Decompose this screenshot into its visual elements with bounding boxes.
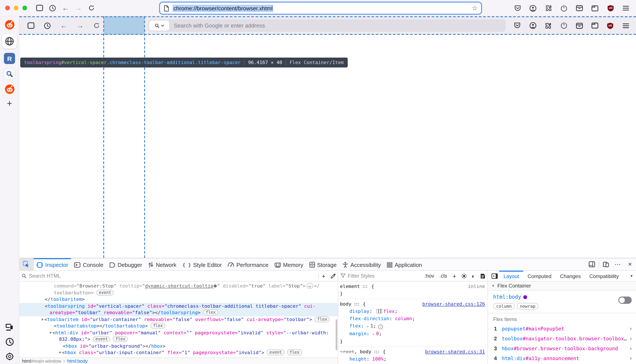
toggle-pseudo-classes[interactable]: :hov [422, 273, 437, 279]
sidebar-panel-toggle-icon[interactable] [490, 273, 499, 279]
element-picker-button[interactable] [19, 258, 34, 270]
urlbar[interactable]: chrome://browser/content/browser.xhtml ☆ [159, 2, 482, 14]
flex-container-element[interactable]: html:body [493, 294, 521, 300]
tab-inspector[interactable]: Inspector [34, 258, 71, 270]
flex-container-section-header[interactable]: ▼ Flex Container [488, 282, 636, 290]
app-menu-icon[interactable] [618, 2, 633, 14]
tab-console[interactable]: Console [71, 258, 106, 270]
tab-computed[interactable]: Computed [523, 270, 556, 281]
breadcrumb[interactable]: html#main-window › html:body [19, 358, 338, 364]
stylesheet-link[interactable]: browser-shared.css:31 [425, 348, 485, 356]
flex-item-row[interactable]: 1 popupset#mainPopupSet › [488, 324, 636, 334]
flex-item-row[interactable]: 4 html:div#a11y-announcement › [488, 353, 636, 363]
back-button[interactable]: ← [59, 2, 72, 14]
markup-line[interactable]: ▼<html:div id="urlbar" popover="manual" … [19, 330, 338, 336]
history-clock-icon[interactable] [4, 336, 15, 347]
markup-line[interactable]: </toolbaritem> [19, 296, 338, 303]
power-extension-icon[interactable] [556, 20, 571, 32]
markup-line[interactable]: <toolbartabstop></toolbartabstop>flex [19, 323, 338, 330]
container-tabs-icon[interactable] [587, 20, 602, 32]
tab-reddit-2[interactable] [4, 84, 15, 94]
print-media-icon[interactable] [478, 273, 488, 279]
search-engine-box[interactable] [149, 21, 169, 30]
pocket-icon[interactable] [510, 20, 525, 32]
css-rule[interactable]: element {inline } [338, 282, 488, 299]
history-icon[interactable] [46, 2, 59, 14]
pocket-icon[interactable] [510, 2, 525, 14]
inspected-forward-button[interactable]: → [74, 20, 87, 32]
eyedropper-icon[interactable] [328, 273, 338, 279]
devtools-close-icon[interactable]: × [624, 259, 636, 270]
ublock-origin-icon[interactable]: uO [602, 20, 618, 32]
responsive-design-mode-icon[interactable] [586, 259, 598, 270]
settings-gear-icon[interactable] [4, 351, 15, 362]
tab-search-site[interactable] [4, 68, 15, 80]
css-declaration[interactable]: flex-direction: column; [340, 315, 485, 322]
flexbox-highlighter-toggle[interactable] [618, 296, 632, 304]
tab-reddit[interactable] [4, 19, 15, 30]
archive-extension-icon[interactable] [571, 20, 587, 32]
tab-active-globe[interactable] [2, 34, 17, 48]
account-icon[interactable] [525, 20, 540, 32]
highlighter-color-dot[interactable] [523, 295, 527, 299]
inspected-back-button[interactable]: ← [57, 20, 70, 32]
tab-performance[interactable]: Performance [225, 258, 272, 270]
css-rule[interactable]: :root, body {browser-shared.css:31 heigh… [338, 347, 488, 364]
css-declaration[interactable]: flex: ▸1;i [340, 322, 485, 330]
tab-accessibility[interactable]: Accessibility [340, 258, 384, 270]
css-declaration[interactable]: width: 100%; [340, 363, 485, 364]
markup-line[interactable]: ▼<hbox class="urlbar-input-container" fl… [19, 350, 338, 356]
tab-r-site[interactable]: R [4, 53, 15, 64]
tab-changes[interactable]: Changes [556, 270, 585, 281]
stylesheet-link[interactable]: browser-shared.css:126 [422, 300, 485, 308]
css-declaration[interactable]: margin: ▸0; [340, 330, 485, 338]
reload-button[interactable] [85, 2, 98, 14]
markup-line-selected[interactable]: areatype="toolbar" removable="false"></t… [19, 310, 338, 316]
filter-styles-input[interactable] [348, 273, 422, 279]
tab-storage[interactable]: Storage [306, 258, 339, 270]
markup-line-selected[interactable]: <toolbarspring id="vertical-spacer" clas… [19, 303, 338, 310]
markup-scrollbar[interactable] [336, 319, 337, 350]
urlbar-value[interactable]: chrome://browser/content/browser.xhtml [172, 4, 274, 12]
forward-button[interactable]: → [72, 2, 85, 14]
inspected-history-icon[interactable] [41, 20, 54, 32]
rules-list[interactable]: element {inline } body {browser-shared.c… [338, 282, 488, 364]
flex-item-row[interactable]: 3 hbox#browser.browser-toolbox-backgroun… [488, 343, 636, 353]
ublock-origin-icon[interactable]: uO [603, 2, 618, 14]
markup-line[interactable]: 832.08px;">eventflex [19, 336, 338, 343]
minimize-window-button[interactable] [14, 6, 19, 10]
extensions-puzzle-icon[interactable] [541, 2, 556, 14]
markup-tree[interactable]: command="Browser:Stop" tooltip="dynamic-… [19, 282, 338, 358]
markup-line[interactable]: ▼<toolbaritem id="urlbar-container" remo… [19, 316, 338, 323]
sidebar-toggle-icon[interactable] [33, 2, 46, 14]
zoom-window-button[interactable] [22, 6, 27, 10]
markup-line[interactable]: toolbarbutton>event [19, 290, 338, 296]
inspected-search-input[interactable] [174, 22, 346, 29]
css-rule[interactable]: body {browser-shared.css:126 display: fl… [338, 299, 488, 347]
close-window-button[interactable] [5, 6, 10, 10]
archive-extension-icon[interactable] [572, 2, 587, 14]
all-tabs-dropdown-icon[interactable]: ▾ [631, 270, 636, 281]
container-tabs-icon[interactable] [587, 2, 602, 14]
devtools-meatball-menu-icon[interactable]: ⋯ [612, 259, 624, 270]
toggle-classes[interactable]: .cls [437, 273, 450, 279]
search-html-input[interactable] [29, 273, 318, 279]
light-theme-sun-icon[interactable] [459, 273, 469, 279]
tab-network[interactable]: Network [145, 258, 179, 270]
markup-line[interactable]: <hbox id="urlbar-background"></hbox> [19, 343, 338, 350]
add-rule-button[interactable]: + [450, 272, 459, 280]
synced-devices-icon[interactable] [4, 322, 15, 332]
extensions-puzzle-icon[interactable] [540, 20, 556, 32]
add-node-button[interactable]: + [319, 272, 328, 280]
power-extension-icon[interactable] [556, 2, 571, 14]
markup-line[interactable]: command="Browser:Stop" tooltip="dynamic-… [19, 283, 338, 290]
tab-compatibility[interactable]: Compatibility [585, 270, 623, 281]
tab-style-editor[interactable]: { } Style Editor [179, 258, 225, 270]
bookmark-star-icon[interactable]: ☆ [472, 4, 478, 12]
tab-debugger[interactable]: Debugger [106, 258, 145, 270]
inspected-sidebar-icon[interactable] [25, 20, 38, 32]
inspected-reload-button[interactable] [90, 20, 103, 32]
flex-item-row[interactable]: 2 toolbox#navigator-toolbox.browser-tool… [488, 334, 636, 343]
dark-theme-contrast-icon[interactable]: ◐ [469, 273, 478, 279]
tab-memory[interactable]: Memory [272, 258, 306, 270]
